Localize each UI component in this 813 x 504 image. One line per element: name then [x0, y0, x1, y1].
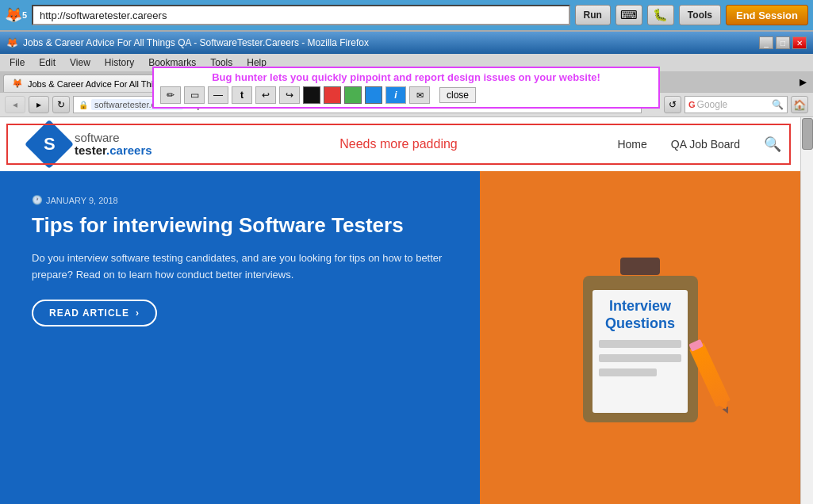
firefox-favicon: 🦊: [6, 37, 18, 48]
bug-icon[interactable]: 🐛: [647, 5, 674, 25]
menu-edit[interactable]: Edit: [33, 55, 62, 70]
run-button[interactable]: Run: [575, 5, 611, 25]
window-controls: _ □ ✕: [759, 36, 807, 49]
home-button[interactable]: 🏠: [791, 96, 808, 113]
forward-button[interactable]: ▸: [29, 96, 49, 113]
back-button[interactable]: ◂: [5, 96, 25, 113]
post-title: Tips for interviewing Software Testers: [32, 213, 448, 238]
blog-right-panel: Interview Questions: [480, 171, 813, 504]
post-excerpt: Do you interview software testing candid…: [32, 250, 448, 284]
color-red[interactable]: [324, 86, 341, 104]
tools-button[interactable]: Tools: [679, 5, 721, 25]
arrow-icon: ›: [136, 307, 140, 319]
undo-tool[interactable]: ↩: [255, 86, 276, 104]
window-title: Jobs & Career Advice For All Things QA -…: [23, 37, 369, 48]
tab-scroll-right[interactable]: ▸: [796, 71, 810, 92]
annotation-box: Needs more padding: [6, 124, 791, 165]
menu-file[interactable]: File: [3, 55, 31, 70]
tab-favicon: 🦊: [12, 78, 23, 89]
bug-tools-row: ✏ ▭ — t ↩ ↪ i ✉ close: [160, 86, 652, 104]
search-bar[interactable]: G Google 🔍: [685, 96, 788, 113]
info-tool[interactable]: i: [385, 86, 406, 104]
color-green[interactable]: [344, 86, 362, 104]
redo-tool[interactable]: ↪: [279, 86, 300, 104]
color-black[interactable]: [303, 86, 320, 104]
tumblr-tool[interactable]: t: [232, 86, 252, 104]
maximize-button[interactable]: □: [776, 36, 790, 49]
pencil-tip: [723, 407, 731, 415]
clipboard-illustration: Interview Questions: [583, 264, 710, 422]
firefox-title-bar: 🦊 Jobs & Career Advice For All Things QA…: [0, 32, 813, 54]
clipboard-paper: Interview Questions: [592, 290, 688, 413]
close-button[interactable]: ✕: [792, 36, 807, 49]
read-article-button[interactable]: READ ARTICLE ›: [32, 300, 157, 326]
reload-btn2[interactable]: ↺: [664, 96, 681, 113]
end-session-button[interactable]: End Session: [726, 5, 808, 25]
keyboard-icon[interactable]: ⌨: [616, 5, 642, 25]
search-engine-icon: G: [688, 100, 696, 109]
blog-area: 🕐 JANUARY 9, 2018 Tips for interviewing …: [0, 171, 813, 504]
search-text: Google: [697, 99, 728, 110]
clipboard-line-3: [599, 368, 657, 376]
top-toolbar: 🦊5 Run ⌨ 🐛 Tools End Session: [0, 0, 813, 30]
clipboard-line-1: [599, 340, 681, 348]
post-date: 🕐 JANUARY 9, 2018: [32, 195, 448, 205]
scrollbar-thumb[interactable]: [802, 118, 813, 150]
bug-hunter-headline: Bug hunter lets you quickly pinpoint and…: [160, 71, 652, 83]
address-favicon: 🔒: [79, 101, 88, 109]
bug-hunter-close[interactable]: close: [439, 87, 476, 103]
reload-button[interactable]: ↻: [52, 96, 70, 113]
clock-icon: 🕐: [32, 195, 43, 205]
line-tool[interactable]: —: [208, 86, 228, 104]
bug-hunter-toolbar: Bug hunter lets you quickly pinpoint and…: [152, 67, 660, 109]
scrollbar[interactable]: [800, 117, 813, 504]
site-content: Needs more padding S software tester.car…: [0, 117, 813, 504]
clipboard-line-2: [599, 354, 681, 362]
minimize-button[interactable]: _: [759, 36, 773, 49]
pencil-tool[interactable]: ✏: [160, 86, 181, 104]
clipboard-title: Interview Questions: [599, 298, 681, 332]
rectangle-tool[interactable]: ▭: [184, 86, 205, 104]
search-icon[interactable]: 🔍: [772, 99, 784, 110]
menu-history[interactable]: History: [98, 55, 140, 70]
menu-view[interactable]: View: [63, 55, 97, 70]
blog-left-panel: 🕐 JANUARY 9, 2018 Tips for interviewing …: [0, 171, 480, 504]
email-tool[interactable]: ✉: [409, 86, 430, 104]
color-blue[interactable]: [365, 86, 382, 104]
clipboard-clip: [620, 258, 660, 275]
annotation-text: Needs more padding: [339, 137, 458, 151]
url-input[interactable]: [32, 5, 570, 25]
firefox-icon: 🦊5: [5, 4, 27, 26]
